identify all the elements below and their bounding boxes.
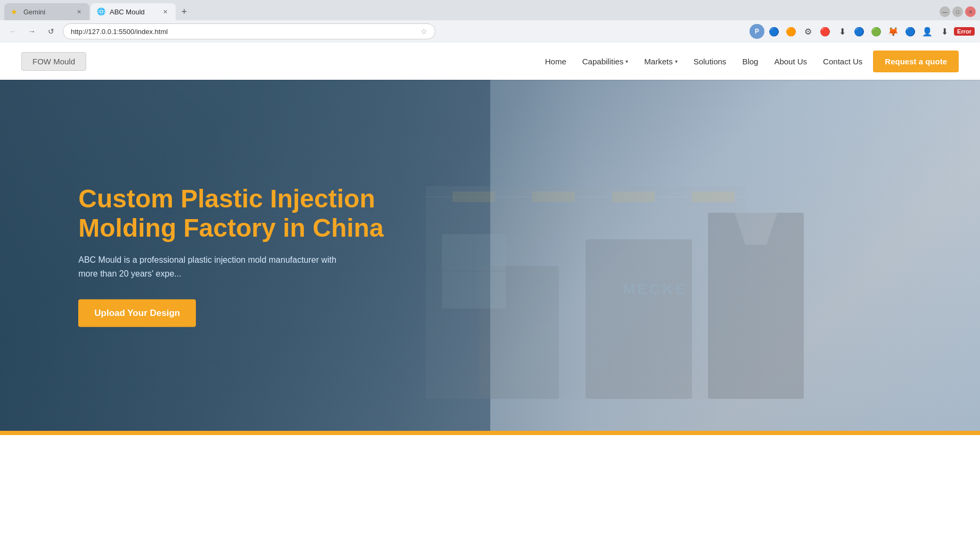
extension-icon-8[interactable]: 🦊 (886, 24, 901, 39)
bottom-bar (0, 431, 980, 435)
nav-blog[interactable]: Blog (742, 57, 758, 66)
nav-home[interactable]: Home (545, 57, 566, 66)
profile-icon[interactable]: P (750, 24, 764, 39)
tab-abc-mould[interactable]: 🌐 ABC Mould ✕ (90, 3, 176, 20)
capabilities-chevron: ▾ (625, 59, 628, 64)
abc-mould-tab-close[interactable]: ✕ (161, 7, 169, 16)
nav-markets[interactable]: Markets ▾ (644, 57, 677, 66)
gemini-favicon: ★ (11, 7, 19, 16)
extension-icon-9[interactable]: 🔵 (903, 24, 918, 39)
hero-subtitle: ABC Mould is a professional plastic inje… (78, 253, 344, 280)
nav-contact[interactable]: Contact Us (823, 57, 862, 66)
extension-icon-1[interactable]: 🔵 (767, 24, 781, 39)
maximize-button[interactable]: □ (952, 6, 963, 17)
address-bar-row: ← → ↺ http://127.0.0.1:5500/index.html ☆… (0, 20, 980, 43)
address-bar[interactable]: http://127.0.0.1:5500/index.html ☆ (63, 23, 435, 39)
nav-header: FOW Mould Home Capabilities ▾ Markets ▾ … (0, 43, 980, 80)
markets-chevron: ▾ (675, 59, 678, 64)
website: FOW Mould Home Capabilities ▾ Markets ▾ … (0, 43, 980, 435)
error-badge: Error (954, 27, 975, 36)
forward-button[interactable]: → (24, 24, 39, 39)
new-tab-button[interactable]: + (177, 4, 192, 19)
abc-mould-favicon: 🌐 (97, 7, 105, 16)
nav-solutions[interactable]: Solutions (694, 57, 727, 66)
back-button[interactable]: ← (5, 24, 20, 39)
abc-mould-tab-title: ABC Mould (110, 8, 157, 16)
hero-title: Custom Plastic Injection Molding Factory… (78, 184, 398, 243)
close-button[interactable]: ✕ (965, 6, 976, 17)
gemini-tab-title: Gemini (23, 8, 70, 16)
address-url: http://127.0.0.1:5500/index.html (71, 28, 416, 36)
hero-content: Custom Plastic Injection Molding Factory… (78, 184, 398, 327)
extension-icon-6[interactable]: 🔵 (852, 24, 867, 39)
extension-icon-2[interactable]: 🟠 (784, 24, 798, 39)
nav-about[interactable]: About Us (774, 57, 807, 66)
extension-icon-4[interactable]: 🔴 (818, 24, 833, 39)
bookmark-icon[interactable]: ☆ (421, 27, 427, 36)
extension-icon-3[interactable]: ⚙ (801, 24, 816, 39)
gemini-tab-close[interactable]: ✕ (75, 7, 83, 16)
toolbar-icons: P 🔵 🟠 ⚙ 🔴 ⬇ 🔵 🟢 🦊 🔵 👤 ⬇ Error (750, 24, 975, 39)
nav-capabilities[interactable]: Capabilities ▾ (582, 57, 629, 66)
hero-section: MECKE Custom Plastic Injection Molding F… (0, 80, 980, 431)
logo[interactable]: FOW Mould (21, 52, 86, 71)
tab-gemini[interactable]: ★ Gemini ✕ (4, 3, 89, 20)
extension-icon-10[interactable]: 👤 (920, 24, 935, 39)
extension-icon-11[interactable]: ⬇ (937, 24, 952, 39)
extension-icon-5[interactable]: ⬇ (835, 24, 850, 39)
minimize-button[interactable]: — (940, 6, 950, 17)
request-quote-button[interactable]: Request a quote (873, 51, 959, 72)
upload-design-button[interactable]: Upload Your Design (78, 299, 196, 327)
reload-button[interactable]: ↺ (44, 24, 59, 39)
extension-icon-7[interactable]: 🟢 (869, 24, 884, 39)
watermark: MECKE (623, 281, 687, 298)
window-controls: — □ ✕ (940, 6, 976, 17)
tab-bar: ★ Gemini ✕ 🌐 ABC Mould ✕ + — □ ✕ (0, 0, 980, 20)
browser-chrome: ★ Gemini ✕ 🌐 ABC Mould ✕ + — □ ✕ ← → ↺ h… (0, 0, 980, 43)
nav-links: Home Capabilities ▾ Markets ▾ Solutions … (545, 57, 863, 66)
